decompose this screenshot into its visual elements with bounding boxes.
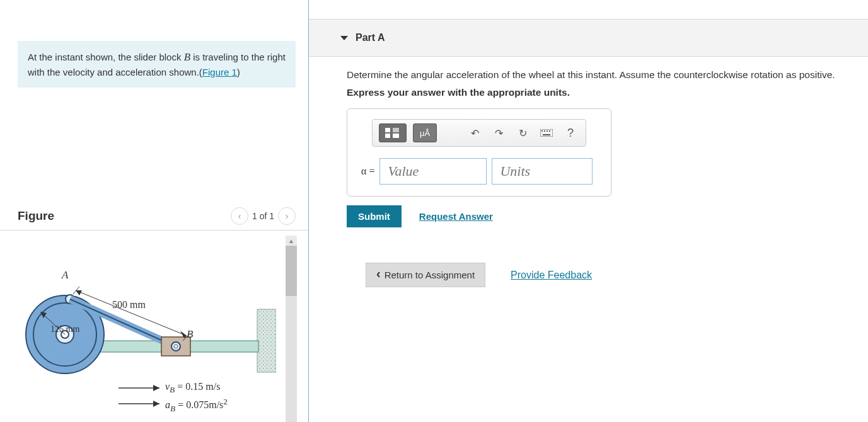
figure-title: Figure: [18, 209, 231, 223]
svg-rect-30: [540, 129, 553, 137]
answer-toolbar: μÅ ↶ ↷ ↻ ?: [372, 119, 586, 147]
figure-prev-button[interactable]: ‹: [231, 207, 248, 225]
part-header[interactable]: Part A: [309, 19, 868, 57]
value-input[interactable]: [379, 158, 487, 185]
request-answer-link[interactable]: Request Answer: [419, 211, 493, 222]
help-button[interactable]: ?: [562, 123, 579, 142]
units-button[interactable]: μÅ: [413, 123, 437, 142]
svg-rect-34: [549, 130, 550, 132]
left-panel: At the instant shown, the slider block B…: [0, 0, 309, 422]
figure-diagram: A B 500 mm 125 mm vB = 0.15 m/s aB = 0.0…: [24, 265, 276, 422]
keyboard-button[interactable]: [538, 123, 555, 142]
svg-rect-32: [544, 130, 545, 132]
figure-link[interactable]: Figure 1: [202, 67, 237, 77]
svg-point-14: [174, 345, 178, 348]
chevron-down-icon: [340, 36, 348, 40]
figure-scrollbar[interactable]: ▲: [286, 236, 297, 422]
submit-button[interactable]: Submit: [347, 205, 402, 227]
return-button[interactable]: Return to Assignment: [366, 263, 485, 287]
feedback-link[interactable]: Provide Feedback: [511, 270, 592, 281]
svg-rect-28: [393, 128, 399, 132]
answer-symbol: α =: [361, 166, 374, 177]
bottom-row: Return to Assignment Provide Feedback: [366, 263, 868, 287]
aB-label: aB = 0.075m/s2: [165, 397, 228, 414]
figure-next-button[interactable]: ›: [278, 207, 296, 225]
vB-label: vB = 0.15 m/s: [165, 381, 220, 395]
svg-rect-33: [547, 130, 548, 132]
units-input[interactable]: [492, 158, 593, 185]
part-title: Part A: [356, 32, 385, 43]
figure-nav: ‹ 1 of 1 ›: [231, 207, 296, 225]
problem-text-close: ): [237, 67, 240, 77]
figure-area: ▲: [0, 230, 308, 422]
dim-rod: 500 mm: [112, 299, 146, 311]
svg-rect-3: [257, 309, 276, 372]
chevron-left-icon: [376, 270, 381, 280]
svg-marker-25: [153, 401, 159, 407]
problem-var-B: B: [184, 51, 190, 63]
undo-button[interactable]: ↶: [466, 123, 483, 142]
answer-input-row: α =: [356, 158, 602, 185]
submit-row: Submit Request Answer: [347, 205, 868, 227]
dim-radius: 125 mm: [50, 324, 79, 334]
answer-box: μÅ ↶ ↷ ↻ ? α =: [347, 108, 611, 197]
return-label: Return to Assignment: [385, 270, 475, 280]
part-instruction: Express your answer with the appropriate…: [347, 87, 868, 98]
svg-rect-27: [385, 134, 390, 138]
figure-header: Figure ‹ 1 of 1 ›: [18, 207, 296, 225]
label-B: B: [187, 328, 193, 341]
svg-rect-31: [541, 130, 543, 132]
reset-button[interactable]: ↻: [514, 123, 531, 142]
scroll-up-icon: ▲: [286, 236, 297, 246]
svg-rect-29: [393, 134, 399, 138]
svg-rect-26: [385, 128, 390, 132]
right-panel: Part A Determine the angular acceleratio…: [309, 0, 868, 422]
part-prompt: Determine the angular acceleration of th…: [347, 69, 868, 81]
problem-statement: At the instant shown, the slider block B…: [18, 41, 296, 88]
svg-marker-23: [153, 385, 159, 391]
figure-page-label: 1 of 1: [252, 211, 274, 221]
part-body: Determine the angular acceleration of th…: [309, 57, 868, 287]
label-A: A: [62, 269, 68, 282]
scroll-thumb[interactable]: [286, 246, 297, 296]
redo-button[interactable]: ↷: [490, 123, 507, 142]
problem-text-1: At the instant shown, the slider block: [28, 52, 184, 62]
svg-rect-35: [543, 134, 550, 135]
template-button[interactable]: [379, 123, 407, 142]
